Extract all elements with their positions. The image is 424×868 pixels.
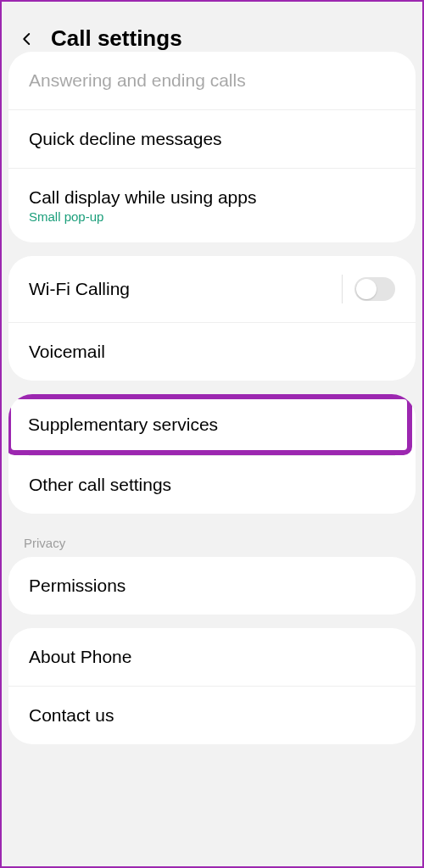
settings-group-4: Permissions: [8, 557, 416, 615]
item-label: Other call settings: [29, 475, 395, 495]
item-subtitle: Small pop-up: [29, 209, 395, 224]
settings-group-3: Supplementary services Other call settin…: [8, 394, 416, 514]
item-wifi-calling[interactable]: Wi-Fi Calling: [8, 256, 416, 323]
item-label: Supplementary services: [28, 415, 390, 435]
section-label-privacy: Privacy: [2, 527, 422, 557]
item-label: Quick decline messages: [29, 129, 395, 149]
settings-group-2: Wi-Fi Calling Voicemail: [8, 256, 416, 381]
toggle-container: [342, 275, 395, 303]
highlighted-item-supplementary[interactable]: Supplementary services: [8, 394, 412, 455]
back-icon[interactable]: [19, 31, 36, 47]
toggle-knob: [356, 279, 377, 299]
vertical-divider: [342, 275, 343, 303]
settings-screen: Call settings Answering and ending calls…: [2, 2, 422, 866]
settings-group-1: Answering and ending calls Quick decline…: [8, 52, 416, 242]
item-label: Voicemail: [29, 342, 395, 362]
item-answering-ending[interactable]: Answering and ending calls: [8, 52, 416, 110]
item-contact-us[interactable]: Contact us: [8, 687, 416, 744]
item-call-display[interactable]: Call display while using apps Small pop-…: [8, 169, 416, 242]
item-other-call-settings[interactable]: Other call settings: [8, 456, 416, 514]
item-quick-decline[interactable]: Quick decline messages: [8, 110, 416, 169]
settings-group-5: About Phone Contact us: [8, 628, 416, 744]
item-about-phone[interactable]: About Phone: [8, 628, 416, 687]
item-label: Permissions: [29, 576, 395, 596]
item-label: Call display while using apps: [29, 187, 395, 208]
item-label: Contact us: [29, 705, 395, 726]
item-label: Answering and ending calls: [29, 70, 395, 91]
item-voicemail[interactable]: Voicemail: [8, 323, 416, 381]
item-label: About Phone: [29, 647, 395, 667]
item-permissions[interactable]: Permissions: [8, 557, 416, 615]
page-title: Call settings: [51, 25, 182, 52]
item-label: Wi-Fi Calling: [29, 279, 130, 299]
wifi-calling-toggle[interactable]: [354, 277, 395, 301]
